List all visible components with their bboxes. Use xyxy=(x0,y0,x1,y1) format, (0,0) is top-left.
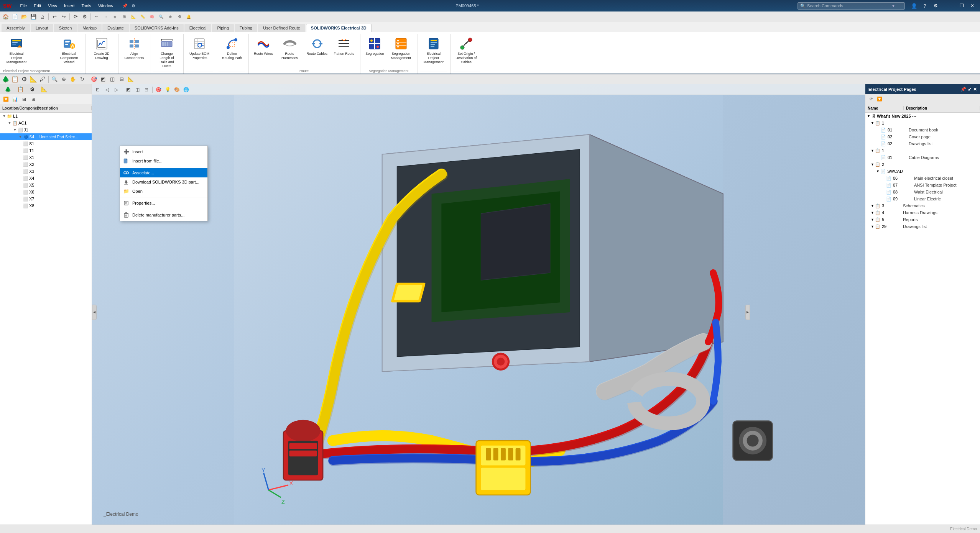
define-routing-path-button[interactable]: Define Routing Path xyxy=(219,35,245,62)
tab-addins[interactable]: SOLIDWORKS Add-Ins xyxy=(130,24,184,32)
sort-icon[interactable]: 📊 xyxy=(11,95,19,103)
tab-sw-electrical-3d[interactable]: SOLIDWORKS Electrical 3D xyxy=(306,24,372,32)
tree-item-x3[interactable]: ⬜ X3 xyxy=(0,168,92,175)
align-components-button[interactable]: Align Components xyxy=(121,35,148,62)
tree-item-x6[interactable]: ⬜ X6 xyxy=(0,189,92,195)
gear-qa-icon[interactable]: ⚙ xyxy=(175,13,184,21)
open-button[interactable]: 📂 xyxy=(20,13,28,21)
new-button[interactable]: 📄 xyxy=(11,13,19,21)
hide-lines-icon[interactable]: ◫ xyxy=(108,75,117,84)
menu-window[interactable]: Window xyxy=(95,2,116,9)
rp-item-29[interactable]: ▼ 📋 29 Drawings list xyxy=(865,223,980,230)
ctx-properties[interactable]: Properties... xyxy=(120,198,207,208)
section-view-icon[interactable]: ⊟ xyxy=(117,75,126,84)
rp-refresh-icon[interactable]: ⟳ xyxy=(867,95,875,103)
tree-item-x1[interactable]: ⬜ X1 xyxy=(0,154,92,161)
tab-sketch[interactable]: Sketch xyxy=(54,24,77,32)
bell-icon[interactable]: 🔔 xyxy=(184,13,193,21)
markup-view-icon[interactable]: 🖊 xyxy=(38,75,47,84)
vp-appearances[interactable]: 🎨 xyxy=(173,85,181,94)
tab-layout[interactable]: Layout xyxy=(31,24,53,32)
zoom-to-fit-icon[interactable]: 🔍 xyxy=(50,75,59,84)
view-type-icon[interactable]: ⊞ xyxy=(20,95,28,103)
rp-item-5[interactable]: ▼ 📋 5 Reports xyxy=(865,216,980,223)
rp-item-3[interactable]: ▼ 📋 3 Schematics xyxy=(865,202,980,209)
menu-view[interactable]: View xyxy=(45,2,60,9)
vp-next-view[interactable]: ▷ xyxy=(112,85,120,94)
rp-expand-1b[interactable]: ▼ xyxy=(871,149,874,153)
home-button[interactable]: 🏠 xyxy=(2,13,10,21)
rp-expand-5[interactable]: ▼ xyxy=(871,218,874,221)
undo-button[interactable]: ↩ xyxy=(50,13,59,21)
rp-expand-3[interactable]: ▼ xyxy=(871,204,874,208)
view-sketch-icon[interactable]: 📐 xyxy=(127,75,135,84)
tree-item-t1[interactable]: ⬜ T1 xyxy=(0,147,92,154)
set-origin-destination-button[interactable]: Set Origin / Destination of Cables xyxy=(453,35,480,66)
rp-item-2[interactable]: ▼ 📋 2 xyxy=(865,161,980,168)
vp-shade[interactable]: ◩ xyxy=(124,85,132,94)
ctx-delete[interactable]: Delete manufacturer parts... xyxy=(120,210,207,220)
menu-edit[interactable]: Edit xyxy=(31,2,44,9)
vp-lights[interactable]: 💡 xyxy=(163,85,172,94)
rp-expand-4[interactable]: ▼ xyxy=(871,211,874,215)
dim-expert-icon[interactable]: 📐 xyxy=(29,75,38,84)
tree-item-x4[interactable]: ⬜ X4 xyxy=(0,175,92,182)
collapse-panel-button[interactable]: ◀ xyxy=(92,305,97,320)
feature-icon[interactable]: ◈ xyxy=(111,13,119,21)
dimension-icon[interactable]: ↔ xyxy=(102,13,110,21)
vp-scene[interactable]: 🌐 xyxy=(182,85,190,94)
change-length-button[interactable]: Change Length of Rails and Ducts xyxy=(153,35,180,70)
collapse-right-panel-button[interactable]: ▶ xyxy=(745,305,750,320)
tree-item-s4[interactable]: ▼ 🔵 S4... Unrelated Part Selec... xyxy=(0,133,92,140)
tree-item-ac1[interactable]: ▼ 📋 AC1 xyxy=(0,120,92,126)
rp-item-07[interactable]: 📄 07 ANSI Template Project xyxy=(865,182,980,189)
feature-tree-tab[interactable]: 🌲 xyxy=(2,85,13,93)
tab-assembly[interactable]: Assembly xyxy=(2,24,30,32)
property-manager-icon[interactable]: 📋 xyxy=(11,75,19,84)
search-box[interactable]: 🔍 ▼ xyxy=(797,2,905,10)
search-dropdown-icon[interactable]: ▼ xyxy=(891,4,895,8)
tree-item-s1[interactable]: ⬜ S1 xyxy=(0,140,92,147)
assembly-icon[interactable]: ⊞ xyxy=(120,13,128,21)
rebuild-button[interactable]: ⟳ xyxy=(71,13,80,21)
rp-expand-swcad[interactable]: ▼ xyxy=(876,169,880,173)
magnify-icon[interactable]: 🔍 xyxy=(157,13,165,21)
ctx-insert[interactable]: ➕ Insert xyxy=(120,147,207,156)
ctx-open[interactable]: 📁 Open xyxy=(120,187,207,196)
user-icon[interactable]: 👤 xyxy=(909,2,919,10)
settings-icon[interactable]: ⚙ xyxy=(130,3,137,9)
rotate-icon[interactable]: ↻ xyxy=(78,75,86,84)
expand-ac1[interactable]: ▼ xyxy=(7,120,12,126)
config-tab[interactable]: ⚙ xyxy=(28,85,37,93)
drawing-icon[interactable]: 📐 xyxy=(129,13,138,21)
rp-item-root[interactable]: ▼ 🗄 What's New 2025 --- xyxy=(865,113,980,120)
route-cables-button[interactable]: Route Cables xyxy=(304,35,331,57)
segregation-management-button[interactable]: Segregation Management xyxy=(388,35,414,62)
right-panel-close-icon[interactable]: ✕ xyxy=(973,87,977,92)
help-icon[interactable]: ? xyxy=(920,2,929,10)
electrical-project-management-button[interactable]: Electrical Project Management xyxy=(3,35,30,66)
rp-item-01a[interactable]: 📄 01 Document book xyxy=(865,126,980,133)
expand-all-icon[interactable]: ⊞ xyxy=(29,95,38,103)
tab-user-defined[interactable]: User Defined Route xyxy=(258,24,305,32)
vp-previous-view[interactable]: ◁ xyxy=(103,85,111,94)
electrical-component-wizard-button[interactable]: W Electrical Component Wizard xyxy=(56,35,82,66)
rp-item-09[interactable]: 📄 09 Linear Electric xyxy=(865,195,980,202)
right-panel-pin-icon[interactable]: 📌 xyxy=(960,87,966,92)
display-style-icon[interactable]: ◩ xyxy=(99,75,107,84)
context-menu[interactable]: ➕ Insert Insert from file... xyxy=(120,146,208,221)
rp-item-08[interactable]: 📄 08 Waist Electrical xyxy=(865,189,980,195)
zoom-area-icon[interactable]: ⊕ xyxy=(59,75,68,84)
vp-wire[interactable]: ◫ xyxy=(133,85,141,94)
menu-file[interactable]: File xyxy=(17,2,30,9)
rp-item-01b[interactable]: 📄 01 Cable Diagrams xyxy=(865,154,980,161)
3d-viewport[interactable]: ⊡ ◁ ▷ ◩ ◫ ⊟ 🎯 💡 🎨 🌐 xyxy=(92,84,865,525)
config-manager-icon[interactable]: ⚙ xyxy=(20,75,28,84)
flatten-route-button[interactable]: Flatten Route xyxy=(331,35,357,57)
menu-tools[interactable]: Tools xyxy=(78,2,94,9)
route-wires-button[interactable]: Route Wires xyxy=(251,35,276,57)
rp-expand-1a[interactable]: ▼ xyxy=(871,121,874,125)
save-button[interactable]: 💾 xyxy=(29,13,38,21)
rp-item-swcad[interactable]: ▼ 📄 SWCAD xyxy=(865,168,980,175)
tree-item-l1[interactable]: ▼ 📁 L1 xyxy=(0,113,92,120)
